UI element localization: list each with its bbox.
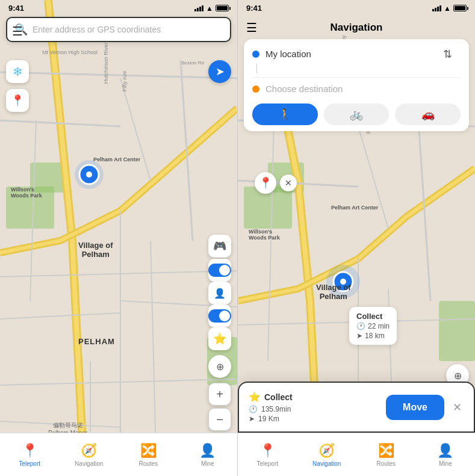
map-label-mtvernon: Mt Vernon High School <box>42 49 98 55</box>
right-map-label-village: Village ofPelham <box>316 283 351 301</box>
person-icon-btn[interactable]: 👤 <box>208 282 231 304</box>
right-tab-teleport[interactable]: 📍 Teleport <box>238 433 297 476</box>
left-phone-panel: Hutchinson River Pkwy Fifty Ave Pelham A… <box>0 0 237 476</box>
right-tab-bar: 📍 Teleport 🧭 Navigation 🔀 Routes 👤 Mine <box>238 433 475 476</box>
action-star-icon: ⭐ <box>249 391 261 403</box>
left-tab-teleport-icon: 📍 <box>22 443 38 459</box>
target-btn[interactable]: ⊕ <box>208 355 231 378</box>
svg-point-15 <box>86 172 92 178</box>
nav-dest-dot <box>252 85 259 93</box>
action-card-distance: 19 Km <box>258 415 279 423</box>
action-nav-icon: ➤ <box>249 415 255 423</box>
road-label-2: Fifty Ave <box>122 71 128 91</box>
action-clock-icon: 🕐 <box>249 405 258 413</box>
right-hamburger-btn[interactable]: ☰ <box>246 20 257 35</box>
action-card-title: Collect <box>264 392 293 402</box>
map-marker-close-btn[interactable]: ✕ <box>280 175 297 191</box>
action-card-star-row: ⭐ Collect <box>249 391 380 403</box>
move-button[interactable]: Move <box>386 395 444 420</box>
svg-line-11 <box>0 379 237 385</box>
toggle-btn-2[interactable] <box>208 304 231 327</box>
clock-icon: 🕐 <box>356 322 365 330</box>
right-tab-mine[interactable]: 👤 Mine <box>416 433 476 476</box>
right-tab-mine-icon: 👤 <box>437 443 453 459</box>
left-search-bar[interactable]: 🔍 Enter address or GPS coordinates <box>6 17 231 42</box>
left-tab-mine-label: Mine <box>201 460 214 467</box>
nav-my-location-text[interactable]: My location <box>265 49 311 59</box>
svg-line-2 <box>120 78 151 181</box>
zoom-in-btn[interactable]: + <box>208 383 231 406</box>
left-tab-routes-label: Routes <box>138 460 158 467</box>
transport-mode-row: 🚶 🚲 🚗 <box>252 104 461 125</box>
right-tab-teleport-icon: 📍 <box>259 443 276 459</box>
gamepad-btn[interactable]: 🎮 <box>208 235 231 258</box>
map-info-title: Collect <box>356 312 390 321</box>
right-map-label-pelham-art: Pelham Art Center <box>331 205 378 211</box>
right-status-icons: ▲ <box>432 4 467 13</box>
road-label-boston: Boston Rd <box>182 60 204 66</box>
nav-origin-dot <box>252 51 259 58</box>
right-tab-mine-label: Mine <box>439 460 452 467</box>
map-label-village: Village ofPelham <box>78 241 113 259</box>
svg-line-7 <box>30 120 36 301</box>
bottom-action-card: ⭐ Collect 🕐 135.9min ➤ 19 Km Move ✕ <box>238 382 475 433</box>
map-label-willsons: Willson'sWoods Park <box>11 187 42 199</box>
transport-walk-btn[interactable]: 🚶 <box>252 104 318 125</box>
map-info-popup: Collect 🕐 22 min ➤ 18 km <box>349 307 397 345</box>
map-roads-svg <box>0 0 237 476</box>
map-info-distance: ➤ 18 km <box>356 332 390 340</box>
map-label-pelham-art: Pelham Art Center <box>93 156 140 162</box>
nav-divider-connector <box>252 63 461 75</box>
map-info-time: 🕐 22 min <box>356 322 390 330</box>
search-placeholder[interactable]: Enter address or GPS coordinates <box>33 25 223 34</box>
svg-line-0 <box>0 72 237 78</box>
nav-header: ☰ Navigation <box>238 14 475 41</box>
nav-destination-row: Choose destination <box>252 80 461 97</box>
left-status-time: 9:41 <box>8 4 24 13</box>
nav-card: My location ⇅ Choose destination 🚶 🚲 🚗 <box>244 39 469 131</box>
star-btn[interactable]: ⭐ <box>208 327 231 350</box>
nav-title: Navigation <box>331 22 383 34</box>
nav-swap-btn[interactable]: ⇅ <box>443 48 452 61</box>
map-marker-pin: 📍 <box>255 172 276 194</box>
action-card-row: ⭐ Collect 🕐 135.9min ➤ 19 Km Move ✕ <box>249 391 464 423</box>
zoom-out-btn[interactable]: − <box>208 408 231 431</box>
right-phone-panel: Hutchinson River Pkwy Fifty Ave Pelham A… <box>238 0 475 476</box>
left-tab-teleport-label: Teleport <box>19 460 40 467</box>
right-map-label-willsons: Willson'sWoods Park <box>249 229 280 241</box>
right-status-time: 9:41 <box>246 4 262 13</box>
left-tab-navigation-icon: 🧭 <box>81 443 97 459</box>
left-tab-routes-icon: 🔀 <box>140 443 157 459</box>
nav-destination-placeholder[interactable]: Choose destination <box>265 84 343 94</box>
nav-arrow-icon: ➤ <box>356 332 362 340</box>
action-card-time: 135.9min <box>261 405 291 413</box>
right-status-bar: 9:41 ▲ <box>238 0 475 14</box>
svg-line-18 <box>358 126 388 229</box>
transport-bike-btn[interactable]: 🚲 <box>324 104 390 125</box>
right-wifi-icon: ▲ <box>444 4 451 13</box>
left-tab-bar: 📍 Teleport 🧭 Navigation 🔀 Routes 👤 Mine <box>0 433 237 476</box>
toggle-btn-1[interactable] <box>208 259 231 282</box>
location-pin-btn[interactable]: 📍 <box>6 89 29 112</box>
left-tab-navigation[interactable]: 🧭 Navigation <box>60 433 119 476</box>
left-tab-teleport[interactable]: 📍 Teleport <box>0 433 60 476</box>
action-card-close-btn[interactable]: ✕ <box>450 398 464 416</box>
snowflake-btn[interactable]: ❄ <box>6 60 29 83</box>
right-tab-navigation[interactable]: 🧭 Navigation <box>297 433 357 476</box>
svg-line-21 <box>268 120 274 361</box>
action-card-time-row: 🕐 135.9min <box>249 405 380 413</box>
svg-line-4 <box>0 271 237 277</box>
right-tab-navigation-label: Navigation <box>312 460 341 467</box>
action-card-info: ⭐ Collect 🕐 135.9min ➤ 19 Km <box>249 391 380 423</box>
transport-car-btn[interactable]: 🚗 <box>395 104 461 125</box>
left-hamburger-btn[interactable]: ☰ <box>6 20 29 43</box>
left-tab-mine-icon: 👤 <box>199 443 216 459</box>
left-tab-routes[interactable]: 🔀 Routes <box>119 433 178 476</box>
right-tab-routes[interactable]: 🔀 Routes <box>356 433 416 476</box>
compass-btn[interactable]: ➤ <box>208 60 231 83</box>
nav-route-line <box>256 64 257 73</box>
left-status-bar: 9:41 ▲ <box>0 0 237 14</box>
left-tab-mine[interactable]: 👤 Mine <box>178 433 238 476</box>
map-background: Hutchinson River Pkwy Fifty Ave Pelham A… <box>0 0 237 476</box>
right-tab-routes-label: Routes <box>376 460 396 467</box>
